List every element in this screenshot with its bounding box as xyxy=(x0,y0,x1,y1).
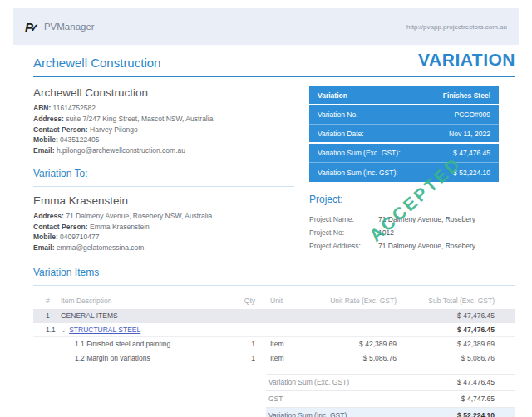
total-row-sum-exc: Variation Sum (Exc. GST) $ 47,476.45 xyxy=(266,374,515,390)
recipient-name: Emma Krasenstein xyxy=(33,194,294,207)
document-type-title: VARIATION xyxy=(418,50,515,70)
brand: P✓ PVManager xyxy=(25,20,95,34)
structural-steel-link[interactable]: STRUCTURAL STEEL xyxy=(69,326,140,334)
chevron-down-icon[interactable]: ⌄ xyxy=(61,326,66,334)
to-address: Address: 71 Dalmeny Avenue, Rosebery NSW… xyxy=(33,211,294,222)
from-abn: ABN: 11614752582 xyxy=(33,103,294,114)
table-row-margin-variations: 1.2 Margin on variations 1 Item $ 5,086.… xyxy=(33,351,515,365)
summary-row-date: Variation Date: Nov 11, 2022 xyxy=(309,125,499,144)
from-contact: Contact Person: Harvey Pilongo xyxy=(33,125,294,135)
summary-column: Variation Finishes Steel Variation No. P… xyxy=(309,86,515,253)
total-row-sum-inc: Variation Sum (Inc. GST) $ 52,224.10 xyxy=(266,407,515,417)
title-row: Archewell Construction VARIATION xyxy=(33,50,515,77)
summary-row-sum-exc: Variation Sum (Exc. GST): $ 47,476.45 xyxy=(309,144,499,163)
to-mobile: Mobile: 0409710477 xyxy=(33,232,294,243)
table-row-finished-steel: 1.1 Finished steel and painting 1 Item $… xyxy=(33,337,515,351)
table-row-structural-steel: 1.1 ⌄STRUCTURAL STEEL $ 47,476.45 xyxy=(33,323,515,337)
variation-items-table: # Item Description Qty Unit Unit Rate (E… xyxy=(33,293,515,365)
check-icon: ✓ xyxy=(30,22,38,34)
app-name: PVManager xyxy=(44,22,95,32)
from-address: Address: suite 7/247 King Street, Mascot… xyxy=(33,114,294,125)
parties-column: Archewell Construction ABN: 11614752582 … xyxy=(33,86,309,253)
document-body: Archewell Construction VARIATION Archewe… xyxy=(33,50,515,417)
table-row-general-items: 1 GENERAL ITEMS $ 47,476.45 xyxy=(33,309,515,323)
summary-row-sum-inc: Variation Sum (Inc. GST): $ 52,224.10 xyxy=(309,163,499,182)
variation-items-heading: Variation Items xyxy=(33,267,515,286)
variation-to-heading: Variation To: xyxy=(33,168,294,187)
summary-row-number: Variation No. PCCO#009 xyxy=(309,105,499,125)
variation-document-page: P✓ PVManager http://pvapp.projectrectors… xyxy=(0,0,532,417)
summary-row-header: Variation Finishes Steel xyxy=(309,86,499,105)
items-header-row: # Item Description Qty Unit Unit Rate (E… xyxy=(33,293,515,309)
app-url: http://pvapp.projectrectors.com.au xyxy=(406,23,507,31)
variation-summary-table: Variation Finishes Steel Variation No. P… xyxy=(309,86,499,182)
from-company-name: Archewell Construction xyxy=(33,86,294,99)
app-header: P✓ PVManager http://pvapp.projectrectors… xyxy=(13,8,519,45)
from-email: Email: h.pilongo@archewellconstruction.c… xyxy=(33,145,294,156)
to-email: Email: emma@gelatomessina.com xyxy=(33,243,294,253)
from-mobile: Mobile: 0435122405 xyxy=(33,135,294,145)
company-title: Archewell Construction xyxy=(33,56,160,70)
pvmanager-logo-icon: P✓ xyxy=(25,20,38,34)
totals-section: Variation Sum (Exc. GST) $ 47,476.45 GST… xyxy=(266,374,515,417)
project-no-row: Project No: 1012 xyxy=(309,226,515,239)
project-address-row: Project Address: 71 Dalmeny Avenue, Rose… xyxy=(309,239,515,253)
total-row-gst: GST $ 4,747.65 xyxy=(266,390,515,407)
to-contact: Contact Person: Emma Krasenstein xyxy=(33,222,294,233)
